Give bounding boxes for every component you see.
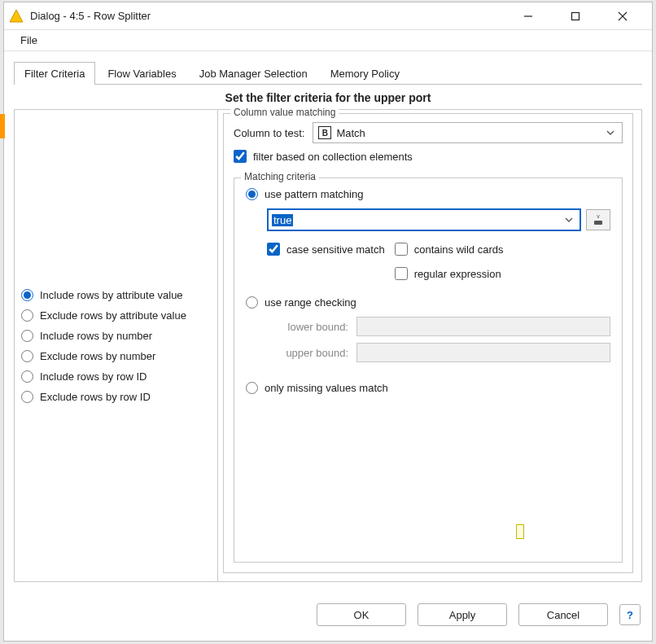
maximize-button[interactable] (559, 5, 592, 28)
filter-collection-checkbox-row[interactable]: filter based on collection elements (234, 150, 623, 163)
case-sensitive-row[interactable]: case sensitive match (267, 243, 385, 256)
pattern-value-combo[interactable]: true (267, 208, 581, 231)
dialog-window: Dialog - 4:5 - Row Splitter File Filter … (3, 2, 653, 642)
filter-collection-checkbox[interactable] (234, 150, 247, 163)
title-bar: Dialog - 4:5 - Row Splitter (4, 2, 652, 30)
column-to-test-value: Match (336, 127, 604, 139)
criteria-pane: Column value matching Column to test: B … (218, 110, 641, 581)
tab-filter-criteria[interactable]: Filter Criteria (14, 62, 95, 85)
pattern-matching-radio-row[interactable]: use pattern matching (246, 188, 610, 200)
missing-values-radio[interactable] (246, 382, 258, 394)
column-to-test-combo[interactable]: B Match (313, 122, 623, 143)
regex-row[interactable]: regular expression (395, 267, 504, 280)
case-sensitive-label: case sensitive match (286, 243, 385, 256)
close-button[interactable] (606, 5, 639, 28)
flow-variable-button[interactable]: v (586, 209, 610, 230)
cancel-button[interactable]: Cancel (518, 603, 608, 626)
wild-cards-checkbox[interactable] (395, 243, 408, 256)
radio-exclude-rowid[interactable]: Exclude rows by row ID (21, 391, 211, 403)
ok-button[interactable]: OK (317, 603, 406, 626)
tab-memory-policy[interactable]: Memory Policy (320, 62, 410, 85)
pattern-matching-label: use pattern matching (265, 188, 363, 200)
matching-criteria-group: Matching criteria use pattern matching t… (234, 177, 623, 563)
range-checking-label: use range checking (265, 296, 356, 309)
upper-bound-label: upper bound: (267, 347, 348, 359)
dialog-button-row: OK Apply Cancel ? (4, 592, 652, 641)
chevron-down-icon (562, 212, 576, 227)
tab-bar: Filter Criteria Flow Variables Job Manag… (4, 51, 652, 84)
column-value-matching-legend: Column value matching (230, 107, 339, 118)
radio-include-num-label: Include rows by number (40, 330, 152, 342)
window-title: Dialog - 4:5 - Row Splitter (30, 10, 151, 22)
column-to-test-label: Column to test: (234, 127, 304, 139)
svg-marker-0 (10, 10, 23, 22)
orange-marker (0, 114, 5, 138)
radio-exclude-attr-input[interactable] (21, 309, 33, 322)
svg-rect-2 (572, 12, 579, 20)
radio-exclude-num-input[interactable] (21, 350, 33, 362)
panel-heading: Set the filter criteria for the upper po… (14, 85, 642, 109)
radio-exclude-attr-label: Exclude rows by attribute value (40, 309, 186, 322)
svg-rect-6 (594, 221, 602, 225)
radio-exclude-rowid-input[interactable] (21, 391, 33, 403)
menu-bar: File (4, 30, 652, 51)
radio-include-attr[interactable]: Include rows by attribute value (21, 289, 211, 301)
radio-exclude-attr[interactable]: Exclude rows by attribute value (21, 309, 211, 322)
radio-include-num-input[interactable] (21, 330, 33, 342)
pattern-matching-radio[interactable] (246, 188, 258, 200)
minimize-button[interactable] (512, 5, 544, 28)
wild-cards-label: contains wild cards (414, 243, 504, 256)
radio-include-rowid[interactable]: Include rows by row ID (21, 370, 211, 383)
missing-values-label: only missing values match (265, 382, 388, 394)
radio-exclude-num-label: Exclude rows by number (40, 350, 155, 362)
boolean-type-icon: B (318, 126, 331, 139)
range-checking-radio-row[interactable]: use range checking (246, 296, 610, 309)
filter-mode-pane: Include rows by attribute value Exclude … (15, 110, 218, 581)
matching-criteria-legend: Matching criteria (241, 171, 319, 182)
upper-bound-input (356, 343, 610, 362)
svg-text:v: v (597, 213, 600, 219)
window-controls (512, 5, 639, 28)
chevron-down-icon (604, 126, 617, 139)
app-icon (9, 9, 24, 24)
menu-file[interactable]: File (14, 31, 44, 50)
radio-include-rowid-label: Include rows by row ID (40, 370, 147, 383)
missing-values-radio-row[interactable]: only missing values match (246, 382, 610, 394)
pattern-value-text: true (272, 214, 293, 226)
radio-exclude-num[interactable]: Exclude rows by number (21, 350, 211, 362)
regex-label: regular expression (414, 268, 501, 280)
text-cursor-icon (516, 524, 524, 539)
apply-button[interactable]: Apply (418, 603, 507, 626)
radio-exclude-rowid-label: Exclude rows by row ID (40, 391, 151, 403)
radio-include-num[interactable]: Include rows by number (21, 330, 211, 342)
radio-include-attr-input[interactable] (21, 289, 33, 301)
help-button[interactable]: ? (619, 604, 641, 625)
radio-include-attr-label: Include rows by attribute value (40, 289, 183, 301)
column-value-matching-group: Column value matching Column to test: B … (223, 113, 633, 573)
wild-cards-row[interactable]: contains wild cards (395, 243, 504, 256)
lower-bound-input (356, 317, 610, 336)
range-checking-radio[interactable] (246, 296, 258, 309)
lower-bound-label: lower bound: (267, 321, 348, 333)
main-panel: Include rows by attribute value Exclude … (14, 109, 642, 582)
tab-job-manager[interactable]: Job Manager Selection (189, 62, 318, 85)
filter-collection-label: filter based on collection elements (253, 151, 413, 163)
radio-include-rowid-input[interactable] (21, 370, 33, 383)
regex-checkbox[interactable] (395, 267, 408, 280)
case-sensitive-checkbox[interactable] (267, 243, 280, 256)
tab-content: Set the filter criteria for the upper po… (4, 85, 652, 592)
tab-flow-variables[interactable]: Flow Variables (97, 62, 186, 85)
